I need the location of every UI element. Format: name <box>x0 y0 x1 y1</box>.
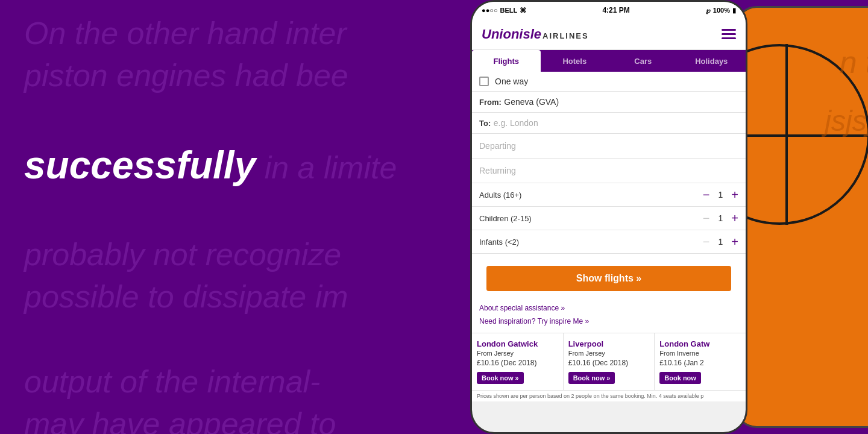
dest-from-2: From Inverne <box>659 349 741 358</box>
children-minus-button[interactable]: − <box>703 212 710 224</box>
from-value[interactable]: Geneva (GVA) <box>504 97 559 107</box>
one-way-label: One way <box>495 77 528 86</box>
assistance-link[interactable]: About special assistance » <box>479 302 738 315</box>
adults-value: 1 <box>715 190 725 200</box>
carrier-label: BELL <box>500 7 518 14</box>
returning-field[interactable]: Returning <box>479 163 738 178</box>
bluetooth-icon: ℘ <box>706 7 711 14</box>
to-input-line: To: e.g. London <box>479 118 738 128</box>
hamburger-line-3 <box>722 37 736 39</box>
footer-note: Prices shown are per person based on 2 p… <box>472 390 746 401</box>
children-plus-button[interactable]: + <box>731 212 738 224</box>
departing-row: Departing <box>472 134 746 159</box>
from-input-line: From: Geneva (GVA) <box>479 96 738 107</box>
battery-icon: ▮ <box>732 7 736 14</box>
dest-city-0: London Gatwick <box>477 339 558 349</box>
tab-flights[interactable]: Flights <box>472 50 541 72</box>
dest-price-2: £10.16 (Jan 2 <box>659 358 741 368</box>
phone-frame: ●●○○ BELL ⌘ 4:21 PM ℘ 100% ▮ Unionisle <box>470 0 747 434</box>
from-field-row: From: Geneva (GVA) <box>472 92 746 113</box>
inspiration-link[interactable]: Need inspiration? Try inspire Me » <box>479 315 738 329</box>
one-way-row: One way <box>472 72 746 92</box>
right-phone-frame: n two jsjsjsjs <box>735 6 868 428</box>
dest-book-2[interactable]: Book now <box>659 372 701 384</box>
children-value: 1 <box>715 213 725 223</box>
app-header: Unionisle AIRLINES <box>472 19 746 50</box>
status-signal: ●●○○ BELL ⌘ <box>482 7 526 14</box>
children-row: Children (2-15) − 1 + <box>472 207 746 230</box>
dest-price-1: £10.16 (Dec 2018) <box>568 358 650 368</box>
bold-word: successfully <box>24 143 256 187</box>
menu-button[interactable] <box>722 29 736 39</box>
tab-holidays[interactable]: Holidays <box>678 50 746 72</box>
adults-minus-button[interactable]: − <box>703 189 710 201</box>
logo-brand: Unionisle <box>482 27 541 42</box>
battery-label: 100% <box>713 7 730 14</box>
children-counter: − 1 + <box>703 212 738 224</box>
adults-counter: − 1 + <box>703 189 738 201</box>
right-screen-text2: jsjsjsjs <box>825 104 868 137</box>
departing-field[interactable]: Departing <box>479 139 738 153</box>
right-phone-screen: n two jsjsjsjs <box>737 8 868 426</box>
phone-screen: ●●○○ BELL ⌘ 4:21 PM ℘ 100% ▮ Unionisle <box>472 2 746 432</box>
tab-hotels[interactable]: Hotels <box>541 50 609 72</box>
logo-container: Unionisle AIRLINES <box>482 27 589 42</box>
destination-cards: London Gatwick From Jersey £10.16 (Dec 2… <box>472 333 746 390</box>
adults-plus-button[interactable]: + <box>731 189 738 201</box>
dest-city-2: London Gatw <box>659 339 741 349</box>
hamburger-line-1 <box>722 29 736 31</box>
battery-area: ℘ 100% ▮ <box>706 7 736 14</box>
dest-card-1: Liverpool From Jersey £10.16 (Dec 2018) … <box>564 333 655 390</box>
dest-book-1[interactable]: Book now » <box>568 372 615 384</box>
show-flights-wrapper: Show flights » <box>472 254 746 300</box>
adults-label: Adults (16+) <box>479 190 521 200</box>
infants-label: Infants (<2) <box>479 237 519 247</box>
time-display: 4:21 PM <box>602 6 629 14</box>
signal-dots: ●●○○ <box>482 7 498 14</box>
dest-city-1: Liverpool <box>568 339 650 349</box>
infants-row: Infants (<2) − 1 + <box>472 230 746 254</box>
tabs-row: Flights Hotels Cars Holidays <box>472 50 746 72</box>
adults-row: Adults (16+) − 1 + <box>472 183 746 207</box>
show-flights-button[interactable]: Show flights » <box>486 266 731 291</box>
dest-price-0: £10.16 (Dec 2018) <box>477 358 558 368</box>
to-label: To: <box>479 119 491 128</box>
dest-card-0: London Gatwick From Jersey £10.16 (Dec 2… <box>472 333 564 390</box>
from-label: From: <box>479 98 502 107</box>
right-screen-text1: n two <box>840 44 868 80</box>
dest-book-0[interactable]: Book now » <box>477 372 524 384</box>
tab-cars[interactable]: Cars <box>609 50 678 72</box>
main-phone: ●●○○ BELL ⌘ 4:21 PM ℘ 100% ▮ Unionisle <box>470 0 747 434</box>
links-area: About special assistance » Need inspirat… <box>472 300 746 333</box>
infants-counter: − 1 + <box>703 236 738 248</box>
search-card: Flights Hotels Cars Holidays <box>472 50 746 333</box>
infants-value: 1 <box>715 237 725 247</box>
to-input[interactable]: e.g. London <box>494 118 538 128</box>
infants-minus-button[interactable]: − <box>703 236 710 248</box>
dest-from-1: From Jersey <box>568 349 650 358</box>
dest-card-2: London Gatw From Inverne £10.16 (Jan 2 B… <box>655 333 746 390</box>
wifi-icon: ⌘ <box>520 7 526 14</box>
hamburger-line-2 <box>722 33 736 35</box>
status-bar: ●●○○ BELL ⌘ 4:21 PM ℘ 100% ▮ <box>472 2 746 19</box>
returning-row: Returning <box>472 159 746 183</box>
to-field-row: To: e.g. London <box>472 113 746 134</box>
children-label: Children (2-15) <box>479 214 532 223</box>
infants-plus-button[interactable]: + <box>731 236 738 248</box>
one-way-checkbox[interactable] <box>479 77 489 86</box>
logo-sub: AIRLINES <box>542 31 589 40</box>
phone-content: ●●○○ BELL ⌘ 4:21 PM ℘ 100% ▮ Unionisle <box>472 2 746 401</box>
dest-from-0: From Jersey <box>477 349 558 358</box>
